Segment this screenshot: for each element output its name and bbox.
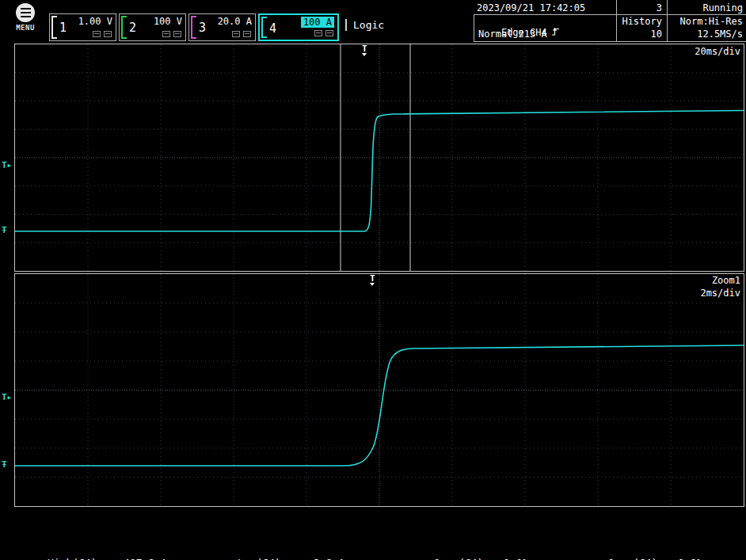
acquisition-mode[interactable]: Norm:Hi-Res	[670, 16, 743, 27]
logic-button[interactable]: Logic	[345, 19, 384, 31]
measurement-value: 0.9%	[678, 557, 702, 560]
history-count: 10	[619, 29, 662, 40]
coupling-icon	[93, 31, 101, 37]
channel-scale: 100 V	[154, 16, 182, 27]
measurement-value: 407.8 A	[124, 557, 167, 560]
channel-scale: 20.0 A	[218, 16, 252, 27]
sample-rate: 12.5MS/s	[670, 29, 743, 40]
channel-box-4[interactable]: 4 100 A	[258, 13, 339, 41]
bandwidth-icon	[104, 31, 112, 37]
zoom-waveform-plot	[15, 274, 744, 506]
channel-color-bracket-icon	[51, 16, 57, 39]
main-waveform-panel: T 20ms/div	[14, 44, 744, 272]
main-waveform-plot	[15, 44, 744, 271]
oscilloscope-screen: MENU 1 1.00 V 2 100 V 3 20.0 A 4 100 A L…	[0, 0, 746, 560]
channel-number: 3	[199, 21, 206, 35]
zoom-trigger-level-marker[interactable]: T▸	[2, 393, 12, 402]
zoom-trigger-position-marker[interactable]: T	[370, 274, 375, 286]
channel-color-bracket-icon	[121, 16, 127, 39]
measurement-column-2: Low(C4)3.8 A Fall(C4)*****	[238, 535, 344, 560]
bandwidth-icon	[325, 30, 333, 36]
channel-box-1[interactable]: 1 1.00 V	[49, 13, 116, 41]
channel-box-2[interactable]: 2 100 V	[119, 13, 186, 41]
coupling-icon	[162, 31, 170, 37]
menu-button[interactable]: MENU	[10, 3, 41, 32]
coupling-icon	[232, 31, 240, 37]
coupling-icon	[314, 30, 322, 36]
main-timebase: 20ms/div	[695, 46, 740, 57]
channel-scale: 100 A	[301, 17, 334, 28]
ground-level-marker[interactable]: Ŧ	[2, 226, 7, 235]
channel-number: 4	[269, 21, 276, 36]
acquisition-count: 3	[602, 2, 662, 13]
channel-color-bracket-icon	[191, 16, 196, 39]
channel-scale: 1.00 V	[78, 16, 112, 27]
measurement-value: 1.0%	[504, 557, 528, 560]
zoom-waveform-panel: T Zoom1 2ms/div	[14, 273, 744, 507]
channel-box-3[interactable]: 3 20.0 A	[188, 13, 256, 41]
history-label[interactable]: History	[619, 16, 662, 27]
measurement-value: 3.8 A	[314, 557, 344, 560]
zoom-ground-level-marker[interactable]: Ŧ	[2, 460, 7, 470]
trigger-position-marker[interactable]: T	[362, 44, 367, 56]
measurement-column-4: -Over(C4)0.9%	[602, 535, 702, 560]
bandwidth-icon	[173, 31, 181, 37]
rising-edge-icon	[551, 27, 560, 39]
datetime: 2023/09/21 17:42:05	[477, 2, 585, 13]
zoom-timebase: 2ms/div	[700, 288, 740, 299]
measurement-column-3: +Over(C4)1.0%	[428, 535, 528, 560]
menu-label: MENU	[10, 24, 41, 32]
bandwidth-icon	[243, 31, 251, 37]
measurement-column-1: High(C4)407.8 A Rise(C4)0.86832ms	[48, 535, 179, 560]
run-status: Running	[672, 2, 743, 13]
trigger-detail: Normal 213 A	[478, 29, 547, 40]
hamburger-icon	[16, 3, 35, 22]
channel-color-bracket-icon	[261, 17, 267, 38]
zoom-title: Zoom1	[712, 275, 740, 286]
trigger-level-marker[interactable]: T▸	[2, 161, 12, 170]
channel-number: 1	[59, 21, 67, 35]
channel-number: 2	[129, 21, 136, 35]
